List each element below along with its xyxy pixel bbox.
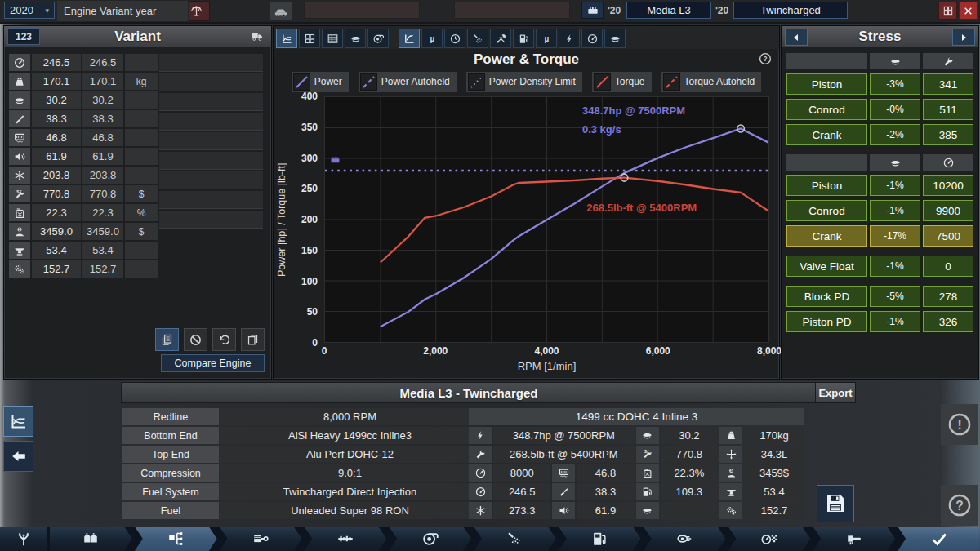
stress-group-header (786, 154, 973, 171)
summary-value (661, 502, 718, 519)
rpm-limit-icon (474, 486, 487, 498)
variant-stat-value-alt: 3459.0 (82, 223, 123, 240)
help-icon[interactable] (758, 51, 773, 66)
warning-icon (946, 411, 973, 438)
car-icon (274, 4, 288, 19)
table-tool-button[interactable] (322, 29, 343, 48)
power-torque-panel: Power & Torque PowerPower AutoheldPower … (273, 25, 780, 380)
stress-prev-button[interactable] (785, 29, 808, 46)
rpm-limit-tool-button[interactable] (581, 29, 603, 48)
compare-engine-button[interactable]: Compare Engine (161, 354, 265, 372)
export-button[interactable]: Export (815, 382, 856, 403)
legend-item-power-density-limit[interactable]: Power Density Limit (466, 72, 582, 92)
stress-header-icon-cell (923, 53, 973, 69)
y-tick: 0 (312, 337, 318, 349)
export-truck-icon[interactable] (248, 29, 266, 43)
spec-row-fuel-system: Fuel SystemTwincharged Direct Injection (122, 483, 479, 500)
stress-row-piston-pd: Piston PD-1%326 (786, 311, 973, 332)
close-button[interactable] (959, 2, 978, 20)
summary-value: 246.5 (493, 483, 550, 500)
legend-item-power[interactable]: Power (292, 72, 349, 92)
warnings-button[interactable] (941, 404, 978, 445)
tab-exhaust[interactable] (644, 527, 726, 551)
stress-panel: Stress Piston-3%341Conrod-0%511Crank-2%3… (781, 25, 979, 380)
chart-title-row: Power & Torque (274, 49, 779, 70)
turbo-tool-button[interactable] (368, 29, 389, 48)
engine-year-dropdown[interactable]: 2020 ▾ (4, 2, 55, 19)
tab-finish[interactable] (813, 527, 895, 551)
x-tick: 8,000 (757, 345, 782, 357)
plot-region[interactable]: 348.7hp @ 7500RPM 0.3 kg/s 268.5lb-ft @ … (324, 96, 769, 343)
grid-tool-button[interactable] (299, 29, 320, 48)
spec-value: AlSi Heavy 1499cc Inline3 (220, 427, 479, 444)
tab-top-end[interactable] (304, 527, 386, 551)
engineering-cost-icon (13, 225, 26, 238)
tab-testing[interactable] (728, 527, 811, 551)
legend-item-torque-autoheld[interactable]: Torque Autoheld (662, 72, 762, 92)
tab-fuel-system[interactable] (474, 527, 556, 551)
airflow-tool-button[interactable] (604, 29, 626, 48)
responsiveness-icon (13, 113, 26, 126)
variant-stat-row: 46.846.8 (9, 129, 158, 146)
legend-swatch (594, 73, 611, 91)
window-mode-button[interactable] (938, 2, 957, 20)
chart-tool-button[interactable] (399, 29, 420, 48)
copy-button[interactable] (155, 328, 179, 351)
tab-confirm[interactable] (898, 527, 980, 551)
variant-stat-icon-cell (9, 54, 30, 71)
tab-family[interactable] (50, 527, 132, 551)
save-button[interactable] (817, 485, 854, 522)
compare-scales-button[interactable] (189, 1, 210, 21)
smoothness-tool-button[interactable] (345, 29, 366, 48)
variant-count-badge[interactable]: 123 (7, 28, 40, 45)
legend-item-torque[interactable]: Torque (592, 72, 652, 92)
smoothness-icon (889, 157, 902, 169)
graphs-view-button[interactable] (3, 406, 33, 437)
x-tick: 4,000 (534, 345, 559, 357)
tab-fuel[interactable] (559, 527, 641, 551)
discard-button[interactable] (184, 328, 207, 351)
tab-flow[interactable] (0, 527, 47, 551)
stress-component-label: Crank (786, 225, 867, 247)
variant-name-field[interactable]: Twincharged (733, 2, 848, 19)
mu-tool-button[interactable] (536, 29, 557, 48)
spec-value: 8,000 RPM (220, 408, 479, 425)
empty-field-1[interactable] (304, 2, 420, 19)
engine-icon (586, 4, 600, 17)
stress-component-label: Piston (786, 73, 867, 95)
legend-swatch (293, 73, 310, 91)
undo-button[interactable] (212, 328, 236, 351)
stress-component-label: Crank (786, 124, 867, 145)
power-tool-button[interactable] (559, 29, 580, 48)
timing-tool-button[interactable] (444, 29, 466, 48)
stress-margin-pct: -1% (870, 175, 920, 196)
mu-icon (541, 33, 553, 45)
scales-icon (189, 4, 203, 18)
friction-tool-button[interactable] (421, 29, 443, 48)
stress-margin-pct: -5% (870, 286, 920, 307)
stress-next-button[interactable] (952, 29, 975, 46)
legend-label: Power Autoheld (381, 76, 450, 87)
variant-stat-icon-cell (9, 167, 30, 184)
stress-limit-value: 326 (923, 311, 973, 332)
empty-field-2[interactable] (454, 2, 570, 19)
y-tick: 400 (301, 91, 318, 102)
summary-value: 109.3 (661, 483, 718, 500)
tab-variant[interactable] (135, 527, 217, 551)
injector-tool-button[interactable] (467, 29, 488, 48)
summary-icon-cell (552, 483, 575, 500)
variant-stat-value: 170.1 (32, 73, 81, 90)
curves-tool-button[interactable] (276, 29, 297, 48)
tab-aspiration[interactable] (389, 527, 471, 551)
variant-empty-column (159, 54, 263, 229)
variant-stat-icon-cell (9, 204, 30, 221)
tab-bottom-end[interactable] (220, 527, 302, 551)
duplicate-button[interactable] (241, 328, 265, 351)
tools-tool-button[interactable] (490, 29, 511, 48)
help-button[interactable] (941, 485, 978, 526)
family-name-field[interactable]: Media L3 (626, 2, 711, 19)
fuel-economy-tool-button[interactable] (513, 29, 534, 48)
stress-group-gap (786, 336, 973, 341)
legend-item-power-autoheld[interactable]: Power Autoheld (359, 72, 457, 92)
back-button[interactable] (3, 441, 33, 472)
